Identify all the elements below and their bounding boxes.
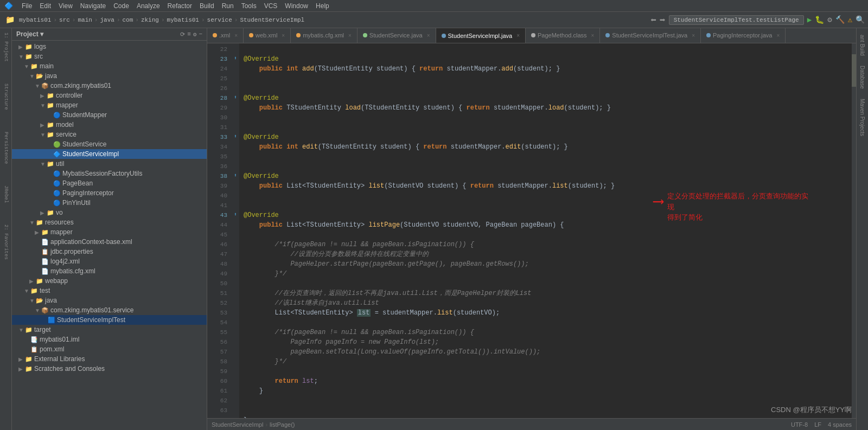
tree-item-mybatissession[interactable]: ▶ 🔵 MybatisSessionFactoryUtils xyxy=(12,169,207,178)
tree-item-src[interactable]: ▼ 📁 src xyxy=(12,52,207,61)
panel-collapse-icon[interactable]: ≡ xyxy=(187,31,191,38)
menu-refactor[interactable]: Refactor xyxy=(164,1,195,11)
ln-51: 51 xyxy=(207,288,227,298)
tree-item-appcontext[interactable]: ▶ 📄 applicationContext-base.xml xyxy=(12,237,207,247)
tree-item-logs[interactable]: ▶ 📁 logs xyxy=(12,42,207,52)
tab-paginginterceptor[interactable]: PagingInterceptor.java × xyxy=(701,28,786,43)
menu-window[interactable]: Window xyxy=(282,1,311,11)
tree-item-webapp[interactable]: ▶ 📁 webapp xyxy=(12,276,207,286)
iml-icon: 📑 xyxy=(30,336,38,343)
tree-item-vo[interactable]: ▶ 📁 vo xyxy=(12,208,207,217)
tree-item-resources-mapper[interactable]: ▶ 📁 mapper xyxy=(12,227,207,237)
ln-33: 33 xyxy=(207,132,227,142)
panel-minimize-icon[interactable]: − xyxy=(199,31,202,38)
tab-webxml[interactable]: web.xml × xyxy=(244,28,291,43)
debug-icon[interactable]: 🐛 xyxy=(815,15,824,24)
tree-item-target[interactable]: ▼ 📁 target xyxy=(12,325,207,335)
nav-forward-icon[interactable]: ➡ xyxy=(660,14,666,26)
left-strip-structure[interactable]: Structure xyxy=(2,81,10,112)
run-config[interactable]: StudentServiceImplTest.testListPage xyxy=(669,15,804,25)
left-strip-project[interactable]: 1: Project xyxy=(2,30,10,64)
menu-analyze[interactable]: Analyze xyxy=(133,1,163,11)
right-strip-db[interactable]: Database xyxy=(858,61,866,93)
gutter-fold-55[interactable] xyxy=(232,346,237,356)
tree-item-model[interactable]: ▶ 📁 model xyxy=(12,120,207,130)
folder-open-icon[interactable]: 📁 xyxy=(3,14,17,25)
tab-studentserviceimpltest[interactable]: StudentServiceImplTest.java × xyxy=(600,28,701,43)
warning-icon[interactable]: ⚠ xyxy=(848,15,852,24)
tree-item-main[interactable]: ▼ 📁 main xyxy=(12,61,207,71)
tree-item-studentserviceimpl[interactable]: ▶ 🔷 StudentServiceImpl xyxy=(12,149,207,159)
tree-item-util[interactable]: ▼ 📁 util xyxy=(12,159,207,169)
tree-item-pom[interactable]: ▶ 📋 pom.xml xyxy=(12,344,207,354)
settings-icon[interactable]: ⚙ xyxy=(827,15,832,24)
code-line-39: public List<TStudentEntity> list(Student… xyxy=(244,181,852,191)
tab-studentservice[interactable]: StudentService.java × xyxy=(358,28,436,43)
tab-close-webxml[interactable]: × xyxy=(282,33,285,38)
tree-item-mybatiscfg[interactable]: ▶ 📄 mybatis.cfg.xml xyxy=(12,266,207,276)
left-strip-favorites[interactable]: 2: Favorites xyxy=(2,222,10,262)
minimap[interactable] xyxy=(852,43,856,418)
menu-code[interactable]: Code xyxy=(110,1,132,11)
tree-item-test-package[interactable]: ▼ 📦 com.zking.mybatis01.service xyxy=(12,305,207,315)
breadcrumb-java: java xyxy=(100,17,114,23)
ln-41: 41 xyxy=(207,201,227,210)
menu-build[interactable]: Build xyxy=(196,1,218,11)
menu-navigate[interactable]: Navigate xyxy=(77,1,109,11)
tree-item-pinyinutil[interactable]: ▶ 🔵 PinYinUtil xyxy=(12,198,207,208)
tree-item-ssimpltest[interactable]: ▶ 🟦 StudentServiceImplTest xyxy=(12,315,207,325)
tab-close-pagemethod[interactable]: × xyxy=(591,33,595,38)
menu-vcs[interactable]: VCS xyxy=(261,1,281,11)
menu-view[interactable]: View xyxy=(55,1,76,11)
tab-close-xml[interactable]: × xyxy=(234,33,238,38)
search-icon[interactable]: 🔍 xyxy=(856,15,865,24)
left-strip-persistence[interactable]: Persistence xyxy=(2,130,10,166)
tab-icon-ssit xyxy=(605,33,610,37)
tree-item-java[interactable]: ▼ 📂 java xyxy=(12,71,207,81)
tree-item-paginginterceptor[interactable]: ▶ 🔵 PagingInterceptor xyxy=(12,188,207,198)
nav-back-icon[interactable]: ⬅ xyxy=(650,14,656,26)
tab-close-ssit[interactable]: × xyxy=(692,33,695,38)
tree-item-service-folder[interactable]: ▼ 📁 service xyxy=(12,130,207,139)
tree-item-studentmapper[interactable]: ▶ 🔵 StudentMapper xyxy=(12,110,207,120)
tree-item-package[interactable]: ▼ 📦 com.zking.mybatis01 xyxy=(12,81,207,91)
right-strip-maven[interactable]: Maven Projects xyxy=(858,94,866,140)
tab-close-studentserviceimpl[interactable]: × xyxy=(516,33,520,38)
panel-sync-icon[interactable]: ⟳ xyxy=(180,31,185,38)
menu-file[interactable]: File xyxy=(18,1,35,11)
tree-item-resources[interactable]: ▼ 📁 resources xyxy=(12,217,207,227)
tab-mybatiscfgxml[interactable]: mybatis.cfg.xml × xyxy=(291,28,358,43)
panel-settings-icon[interactable]: ⚙ xyxy=(193,31,197,38)
menu-edit[interactable]: Edit xyxy=(36,1,54,11)
tree-item-jdbc[interactable]: ▶ 📋 jdbc.properties xyxy=(12,247,207,256)
app-icon: 🔷 xyxy=(2,1,15,11)
menu-run[interactable]: Run xyxy=(219,1,237,11)
tree-item-test[interactable]: ▼ 📁 test xyxy=(12,286,207,296)
tab-label-xml: .xml xyxy=(219,32,230,38)
tab-close-studentservice[interactable]: × xyxy=(427,33,430,38)
left-strip-jrebel[interactable]: JRebel xyxy=(2,183,10,205)
ln-30: 30 xyxy=(207,113,227,123)
tab-studentserviceimpl[interactable]: StudentServiceImpl.java × xyxy=(436,28,526,43)
tree-item-studentservice[interactable]: ▶ 🟢 StudentService xyxy=(12,139,207,149)
tree-item-iml[interactable]: ▶ 📑 mybatis01.iml xyxy=(12,335,207,344)
tab-xml[interactable]: .xml × xyxy=(207,28,244,43)
right-strip-ant[interactable]: ant Build xyxy=(858,30,866,60)
tree-item-pagebean[interactable]: ▶ 🔵 PageBean xyxy=(12,178,207,188)
menu-help[interactable]: Help xyxy=(312,1,333,11)
tab-close-mybatiscfgxml[interactable]: × xyxy=(348,33,352,38)
tab-close-paginginterceptor[interactable]: × xyxy=(776,33,780,38)
build-icon[interactable]: 🔨 xyxy=(835,15,845,24)
menu-tools[interactable]: Tools xyxy=(238,1,260,11)
tree-item-test-java[interactable]: ▼ 📂 java xyxy=(12,296,207,305)
tree-item-mapper-folder[interactable]: ▼ 📁 mapper xyxy=(12,100,207,110)
folder-icon-target: 📁 xyxy=(25,326,33,333)
code-editor[interactable]: @Override public int add(TStudentEntity … xyxy=(239,43,852,418)
gutter-fold-46[interactable] xyxy=(232,239,237,248)
run-icon[interactable]: ▶ xyxy=(807,15,812,24)
tree-item-scratches[interactable]: ▶ 📁 Scratches and Consoles xyxy=(12,364,207,374)
tree-item-external-libs[interactable]: ▶ 📁 External Libraries xyxy=(12,354,207,364)
tab-pagemethod[interactable]: PageMethod.class × xyxy=(526,28,600,43)
tree-item-log4j2[interactable]: ▶ 📄 log4j2.xml xyxy=(12,256,207,266)
tree-item-controller[interactable]: ▶ 📁 controller xyxy=(12,91,207,100)
